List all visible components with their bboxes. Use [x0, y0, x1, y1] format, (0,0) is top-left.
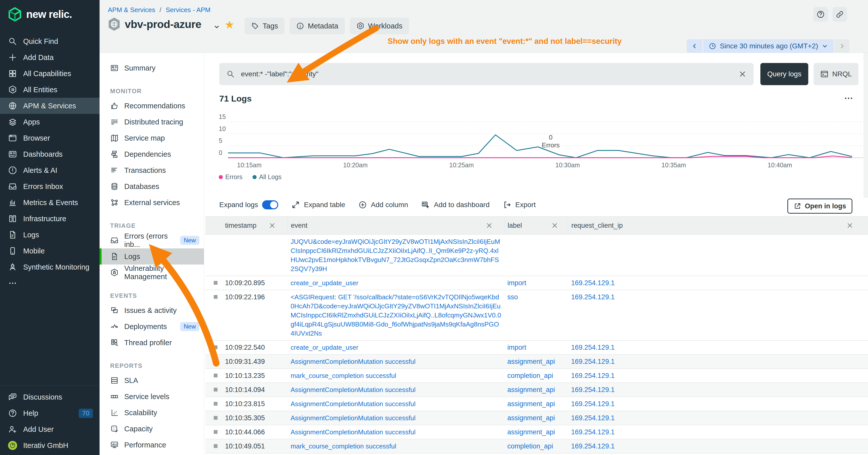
chart-menu-icon[interactable]: [843, 93, 855, 103]
add-column-button[interactable]: Add column: [359, 200, 408, 209]
cell-event-link[interactable]: <ASGIRequest: GET '/sso/callback/?state=…: [287, 292, 505, 338]
table-row[interactable]: 10:10:35.305 AssignmentCompletionMutatio…: [206, 411, 868, 425]
entity-action-button[interactable]: Workloads: [350, 18, 409, 34]
subnav-entry[interactable]: Summary: [99, 60, 204, 76]
row-marker[interactable]: [214, 373, 217, 378]
cell-ip-link[interactable]: 169.254.129.1: [568, 414, 868, 422]
row-marker[interactable]: [214, 416, 217, 420]
cell-label-link[interactable]: completion_api: [505, 371, 568, 380]
cell-ip-link[interactable]: 169.254.129.1: [568, 427, 868, 436]
row-marker[interactable]: [214, 388, 217, 391]
sidebar-item[interactable]: Dashboards: [0, 146, 99, 162]
subnav-entry[interactable]: SLA: [99, 372, 204, 389]
remove-column-icon[interactable]: [551, 222, 558, 229]
sidebar-item[interactable]: Add Data: [0, 50, 99, 65]
entity-action-button[interactable]: Metadata: [289, 18, 345, 34]
time-forward-button[interactable]: [834, 39, 849, 53]
cell-label-link[interactable]: assignment_api: [505, 414, 568, 422]
legend-item[interactable]: Errors: [219, 173, 243, 181]
entity-chevron-down-icon[interactable]: [214, 24, 220, 30]
expand-logs-toggle[interactable]: [262, 200, 278, 209]
subnav-entry[interactable]: Transactions: [99, 162, 204, 178]
sidebar-item[interactable]: All Entities: [0, 82, 99, 98]
cell-label-link[interactable]: assignment_api: [505, 427, 568, 436]
time-range-button[interactable]: Since 30 minutes ago (GMT+2): [703, 39, 834, 53]
query-logs-button[interactable]: Query logs: [761, 63, 808, 85]
cell-ip-link[interactable]: 169.254.129.1: [568, 399, 868, 409]
cell-ip-link[interactable]: 169.254.129.1: [568, 292, 868, 338]
cell-ip-link[interactable]: [568, 237, 868, 273]
row-marker[interactable]: [214, 281, 217, 285]
table-row[interactable]: 10:09:31.439 AssignmentCompletionMutatio…: [206, 355, 868, 369]
cell-event-link[interactable]: JUQVU&code=eyJraWQiOiJjcGItY29yZV8wOTI1M…: [287, 237, 505, 273]
cell-ip-link[interactable]: 169.254.129.1: [568, 343, 868, 352]
cell-label-link[interactable]: [505, 237, 568, 273]
cell-event-link[interactable]: AssignmentCompletionMutation successful: [287, 385, 505, 394]
table-row[interactable]: 10:09:22.540 create_or_update_user impor…: [206, 340, 868, 355]
cell-event-link[interactable]: AssignmentCompletionMutation successful: [287, 427, 505, 436]
help-button[interactable]: [813, 7, 828, 22]
cell-ip-link[interactable]: 169.254.129.1: [568, 442, 868, 451]
cell-label-link[interactable]: assignment_api: [505, 399, 568, 409]
sidebar-item[interactable]: Alerts & AI: [0, 162, 99, 178]
table-row[interactable]: 10:10:23.815 AssignmentCompletionMutatio…: [206, 397, 868, 411]
open-in-logs-button[interactable]: Open in logs: [787, 198, 852, 214]
export-button[interactable]: Export: [503, 200, 536, 209]
subnav-entry[interactable]: Scalability: [99, 404, 204, 421]
row-marker[interactable]: [214, 359, 217, 363]
cell-event-link[interactable]: AssignmentCompletionMutation successful: [287, 399, 505, 409]
column-header-request-client-ip[interactable]: request_client_ip: [568, 217, 868, 234]
newrelic-logo[interactable]: new relic.: [7, 7, 72, 22]
cell-event-link[interactable]: create_or_update_user: [287, 279, 505, 288]
subnav-entry[interactable]: Performance: [99, 437, 204, 453]
sidebar-item[interactable]: Logs: [0, 227, 99, 243]
breadcrumb-link-apm-services[interactable]: APM & Services: [108, 6, 155, 13]
search-input[interactable]: [241, 70, 733, 78]
cell-label-link[interactable]: assignment_api: [505, 357, 568, 366]
subnav-entry[interactable]: Thread profiler: [99, 334, 204, 351]
entity-action-button[interactable]: Tags: [245, 18, 284, 34]
sidebar-footer-item[interactable]: Iterativ GmbH: [0, 437, 99, 454]
cell-ip-link[interactable]: 169.254.129.1: [568, 279, 868, 288]
add-to-dashboard-button[interactable]: Add to dashboard: [421, 200, 490, 209]
sidebar-item[interactable]: Apps: [0, 114, 99, 130]
sidebar-item[interactable]: Metrics & Events: [0, 195, 99, 210]
table-row[interactable]: 10:10:49.051 mark_course_completion succ…: [206, 440, 868, 454]
row-marker[interactable]: [214, 346, 217, 349]
sidebar-item[interactable]: Quick Find: [0, 33, 99, 50]
remove-column-icon[interactable]: [486, 222, 493, 229]
subnav-entry[interactable]: Recommendations: [99, 98, 204, 114]
sidebar-footer-item[interactable]: Add User: [0, 421, 99, 437]
subnav-entry[interactable]: Service levels: [99, 389, 204, 404]
table-row[interactable]: 10:10:44.066 AssignmentCompletionMutatio…: [206, 425, 868, 440]
sidebar-item[interactable]: APM & Services: [0, 98, 99, 114]
time-back-button[interactable]: [687, 39, 703, 53]
nrql-button[interactable]: NRQL: [813, 63, 859, 85]
sidebar-footer-item[interactable]: Discussions: [0, 389, 99, 405]
table-row[interactable]: 10:10:14.094 AssignmentCompletionMutatio…: [206, 383, 868, 397]
cell-label-link[interactable]: import: [505, 279, 568, 288]
cell-label-link[interactable]: assignment_api: [505, 385, 568, 394]
permalink-button[interactable]: [833, 7, 847, 22]
cell-ip-link[interactable]: 169.254.129.1: [568, 385, 868, 394]
cell-label-link[interactable]: sso: [505, 292, 568, 338]
subnav-entry[interactable]: Vulnerability Management: [99, 264, 204, 281]
subnav-entry[interactable]: Deployments New: [99, 319, 204, 334]
cell-event-link[interactable]: AssignmentCompletionMutation successful: [287, 414, 505, 422]
favorite-star-icon[interactable]: ★: [224, 18, 235, 31]
subnav-entry[interactable]: Dependencies: [99, 146, 204, 162]
row-marker[interactable]: [214, 430, 217, 434]
table-row[interactable]: 10:10:13.235 mark_course_completion succ…: [206, 369, 868, 383]
row-marker[interactable]: [214, 295, 217, 299]
sidebar-item[interactable]: Browser: [0, 130, 99, 146]
cell-event-link[interactable]: mark_course_completion successful: [287, 442, 505, 451]
column-header-timestamp[interactable]: timestamp: [206, 217, 287, 234]
cell-label-link[interactable]: completion_api: [505, 442, 568, 451]
cell-event-link[interactable]: create_or_update_user: [287, 343, 505, 352]
row-marker[interactable]: [214, 444, 217, 448]
sidebar-item[interactable]: [0, 275, 99, 291]
table-row[interactable]: 10:09:20.895 create_or_update_user impor…: [206, 276, 868, 290]
subnav-entry[interactable]: External services: [99, 195, 204, 210]
legend-item[interactable]: All Logs: [252, 173, 281, 181]
remove-column-icon[interactable]: [846, 222, 854, 229]
